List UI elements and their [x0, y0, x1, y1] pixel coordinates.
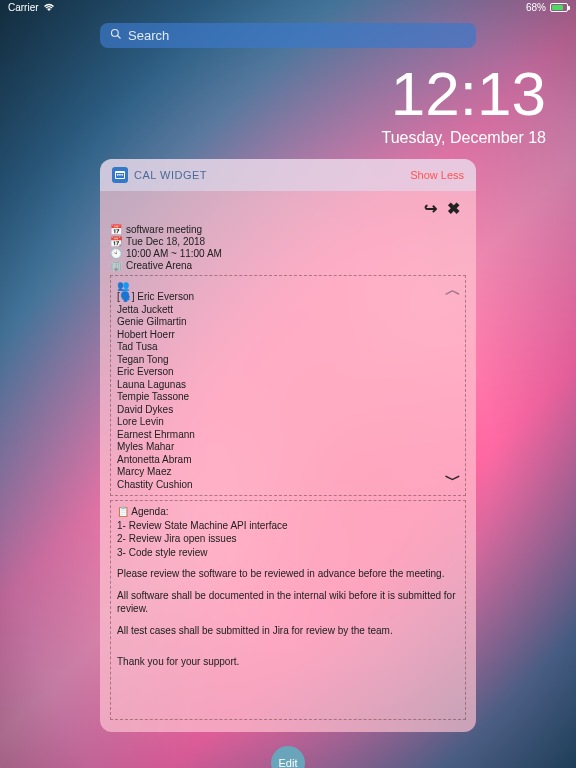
- agenda-closing: Thank you for your support.: [117, 655, 459, 669]
- cal-widget-card: CAL WIDGET Show Less ↪ ✖ 📅 software meet…: [100, 159, 476, 732]
- wifi-icon: [43, 3, 55, 12]
- agenda-header: 📋 Agenda:: [117, 505, 459, 519]
- cal-widget-app-icon: [112, 167, 128, 183]
- clock-icon: 🕙: [110, 248, 122, 259]
- svg-rect-6: [122, 174, 124, 176]
- list-item: Genie Gilmartin: [117, 316, 459, 329]
- building-icon: 🏢: [110, 260, 122, 271]
- list-item: Eric Everson: [117, 366, 459, 379]
- svg-point-0: [112, 30, 119, 37]
- list-item: Tad Tusa: [117, 341, 459, 354]
- close-icon[interactable]: ✖: [447, 199, 460, 218]
- agenda-text: All software shall be documented in the …: [117, 589, 459, 616]
- agenda-item: 1- Review State Machine API interface: [117, 519, 459, 533]
- list-item: Myles Mahar: [117, 441, 459, 454]
- list-item: Lore Levin: [117, 416, 459, 429]
- calendar-icon: 📅: [110, 224, 122, 235]
- list-item: Jetta Juckett: [117, 304, 459, 317]
- agenda-item: 3- Code style review: [117, 546, 459, 560]
- list-item: Launa Lagunas: [117, 379, 459, 392]
- list-item: David Dykes: [117, 404, 459, 417]
- participant-list: [🗣️] Eric Everson Jetta Juckett Genie Gi…: [117, 291, 459, 491]
- list-item: Antonetta Abram: [117, 454, 459, 467]
- people-icon: 👥: [117, 280, 459, 291]
- clock-area: 12:13 Tuesday, December 18: [0, 63, 576, 147]
- participants-box: 👥 [🗣️] Eric Everson Jetta Juckett Genie …: [110, 275, 466, 496]
- participant-speaker: [🗣️] Eric Everson: [117, 291, 459, 304]
- chevron-down-icon[interactable]: ﹀: [445, 470, 461, 491]
- search-bar[interactable]: Search: [100, 23, 476, 48]
- list-item: Chastity Cushion: [117, 479, 459, 492]
- chevron-up-icon[interactable]: ︿: [445, 280, 461, 301]
- svg-rect-5: [119, 174, 121, 176]
- list-item: Earnest Ehrmann: [117, 429, 459, 442]
- clock-time: 12:13: [0, 63, 546, 125]
- battery-percent: 68%: [526, 2, 546, 13]
- widget-header: CAL WIDGET Show Less: [100, 159, 476, 191]
- list-item: Tegan Tong: [117, 354, 459, 367]
- battery-icon: [550, 3, 568, 12]
- meeting-title: software meeting: [126, 224, 202, 235]
- search-icon: [110, 28, 122, 43]
- meeting-time-row: 🕙 10:00 AM ~ 11:00 AM: [110, 248, 466, 259]
- list-item: Marcy Maez: [117, 466, 459, 479]
- clock-date: Tuesday, December 18: [0, 129, 546, 147]
- status-bar: Carrier 68%: [0, 0, 576, 15]
- meeting-location: Creative Arena: [126, 260, 192, 271]
- svg-line-1: [118, 36, 121, 39]
- meeting-time: 10:00 AM ~ 11:00 AM: [126, 248, 222, 259]
- share-icon[interactable]: ↪: [424, 199, 437, 218]
- meeting-title-row: 📅 software meeting: [110, 224, 466, 235]
- agenda-box: 📋 Agenda: 1- Review State Machine API in…: [110, 500, 466, 720]
- list-item: Hobert Hoerr: [117, 329, 459, 342]
- list-item: Tempie Tassone: [117, 391, 459, 404]
- date-icon: 📆: [110, 236, 122, 247]
- meeting-location-row: 🏢 Creative Arena: [110, 260, 466, 271]
- agenda-text: All test cases shall be submitted in Jir…: [117, 624, 459, 638]
- meeting-date-row: 📆 Tue Dec 18, 2018: [110, 236, 466, 247]
- widget-app-name: CAL WIDGET: [134, 169, 207, 181]
- search-placeholder: Search: [128, 28, 169, 43]
- show-less-button[interactable]: Show Less: [410, 169, 464, 181]
- meeting-date: Tue Dec 18, 2018: [126, 236, 205, 247]
- svg-rect-4: [117, 174, 119, 176]
- agenda-text: Please review the software to be reviewe…: [117, 567, 459, 581]
- edit-button-label: Edit: [279, 757, 298, 768]
- agenda-item: 2- Review Jira open issues: [117, 532, 459, 546]
- carrier-label: Carrier: [8, 2, 39, 13]
